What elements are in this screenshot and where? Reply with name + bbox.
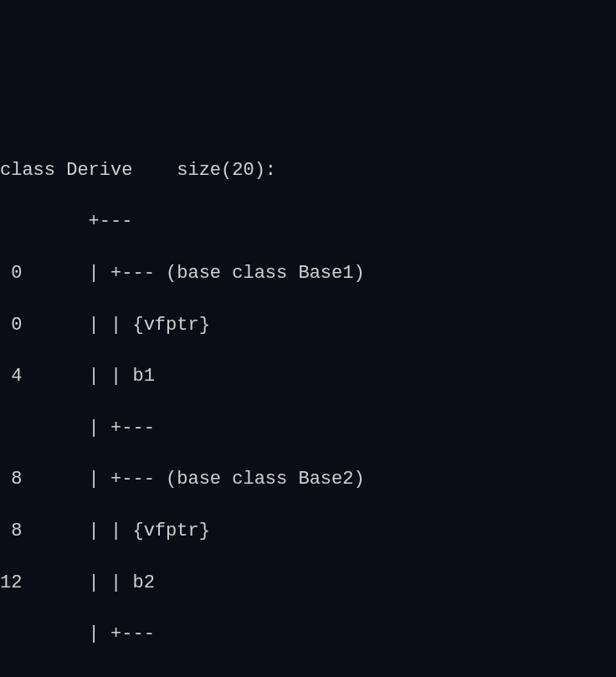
layout-line: 12 | | b2	[0, 571, 616, 597]
layout-line: 8 | | {vfptr}	[0, 519, 616, 545]
layout-line: | +---	[0, 622, 616, 648]
class-layout-header: class Derive size(20):	[0, 158, 616, 184]
layout-line: 8 | +--- (base class Base2)	[0, 467, 616, 493]
terminal-output: class Derive size(20): +--- 0 | +--- (ba…	[0, 129, 616, 677]
layout-line: 0 | +--- (base class Base1)	[0, 261, 616, 287]
layout-line: 4 | | b1	[0, 364, 616, 390]
layout-line: | +---	[0, 416, 616, 442]
layout-line: 16 | d1	[0, 674, 616, 677]
layout-line: 0 | | {vfptr}	[0, 313, 616, 339]
layout-line: +---	[0, 209, 616, 235]
